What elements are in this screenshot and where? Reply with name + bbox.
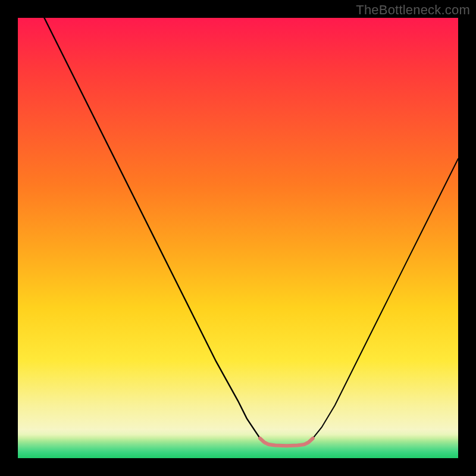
optimal-flat-zone: [260, 439, 313, 446]
bottleneck-curve-right: [313, 159, 458, 439]
bottleneck-curve-left: [44, 18, 260, 439]
curve-svg: [18, 18, 458, 458]
chart-frame: TheBottleneck.com: [0, 0, 476, 476]
series-group: [44, 18, 458, 446]
watermark-text: TheBottleneck.com: [356, 2, 470, 18]
plot-area: [18, 18, 458, 458]
